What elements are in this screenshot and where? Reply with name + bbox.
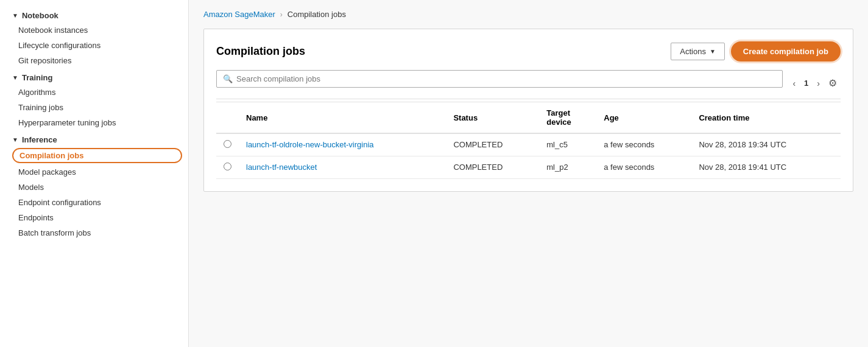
col-target-device: Targetdevice [539,102,596,134]
col-age: Age [596,102,691,134]
row-radio-1[interactable] [224,163,231,170]
col-creation-time: Creation time [691,102,841,134]
breadcrumb: Amazon SageMaker › Compilation jobs [203,10,853,19]
sidebar-section-notebook[interactable]: Notebook [0,6,188,23]
sidebar-item-notebook-instances[interactable]: Notebook instances [0,23,188,38]
table-body: launch-tf-oldrole-new-bucket-virginiaCOM… [216,133,841,179]
search-input[interactable] [236,74,776,83]
sidebar-item-hyperparameter-tuning-jobs[interactable]: Hyperparameter tuning jobs [0,115,188,130]
job-creation-time-0: Nov 28, 2018 19:34 UTC [691,133,841,156]
panel-actions: Actions Create compilation job [671,41,841,61]
sidebar-item-batch-transform-jobs[interactable]: Batch transform jobs [0,225,188,240]
col-status: Status [446,102,539,134]
sidebar-item-endpoints[interactable]: Endpoints [0,210,188,225]
job-status-0: COMPLETED [446,133,539,156]
panel-header: Compilation jobs Actions Create compilat… [216,41,841,61]
sidebar-item-models[interactable]: Models [0,180,188,195]
prev-page-button[interactable]: ‹ [789,77,799,89]
create-compilation-job-button[interactable]: Create compilation job [731,41,841,61]
job-name-link-1[interactable]: launch-tf-newbucket [246,163,317,172]
breadcrumb-current: Compilation jobs [288,10,346,19]
search-wrapper: 🔍 [216,70,783,96]
search-pagination-row: 🔍 ‹ 1 › ⚙ [216,70,841,96]
panel-title: Compilation jobs [216,45,305,58]
table-settings-button[interactable]: ⚙ [825,76,841,90]
table-row: launch-tf-newbucketCOMPLETEDml_p2a few s… [216,156,841,179]
compilation-jobs-panel: Compilation jobs Actions Create compilat… [203,29,853,192]
table-header-row: Name Status Targetdevice Age Creation ti… [216,102,841,134]
sidebar-item-model-packages[interactable]: Model packages [0,164,188,180]
table-header: Name Status Targetdevice Age Creation ti… [216,102,841,134]
job-creation-time-1: Nov 28, 2018 19:41 UTC [691,156,841,179]
pagination-row: ‹ 1 › ⚙ [789,76,841,90]
job-name-link-0[interactable]: launch-tf-oldrole-new-bucket-virginia [246,140,374,149]
breadcrumb-link-sagemaker[interactable]: Amazon SageMaker [203,10,275,19]
col-name: Name [239,102,446,134]
breadcrumb-separator: › [280,10,283,19]
row-radio-0[interactable] [224,140,231,148]
search-bar: 🔍 [216,70,783,88]
search-icon: 🔍 [223,74,233,83]
job-status-1: COMPLETED [446,156,539,179]
job-device-0: ml_c5 [539,133,596,156]
sidebar-item-git-repositories[interactable]: Git repositories [0,53,188,68]
sidebar-section-inference[interactable]: Inference [0,130,188,147]
sidebar-item-lifecycle-configurations[interactable]: Lifecycle configurations [0,38,188,53]
job-device-1: ml_p2 [539,156,596,179]
sidebar: NotebookNotebook instancesLifecycle conf… [0,0,189,347]
job-age-1: a few seconds [596,156,691,179]
sidebar-item-training-jobs[interactable]: Training jobs [0,100,188,115]
next-page-button[interactable]: › [813,77,824,89]
sidebar-item-compilation-jobs[interactable]: Compilation jobs [12,148,182,163]
table-divider [216,99,841,99]
sidebar-item-algorithms[interactable]: Algorithms [0,85,188,100]
col-radio [216,102,239,134]
actions-button[interactable]: Actions [671,43,725,60]
sidebar-section-training[interactable]: Training [0,68,188,85]
compilation-jobs-table: Name Status Targetdevice Age Creation ti… [216,102,841,179]
main-content: Amazon SageMaker › Compilation jobs Comp… [189,0,868,347]
job-age-0: a few seconds [596,133,691,156]
page-number: 1 [800,77,812,89]
table-row: launch-tf-oldrole-new-bucket-virginiaCOM… [216,133,841,156]
sidebar-item-endpoint-configurations[interactable]: Endpoint configurations [0,195,188,210]
